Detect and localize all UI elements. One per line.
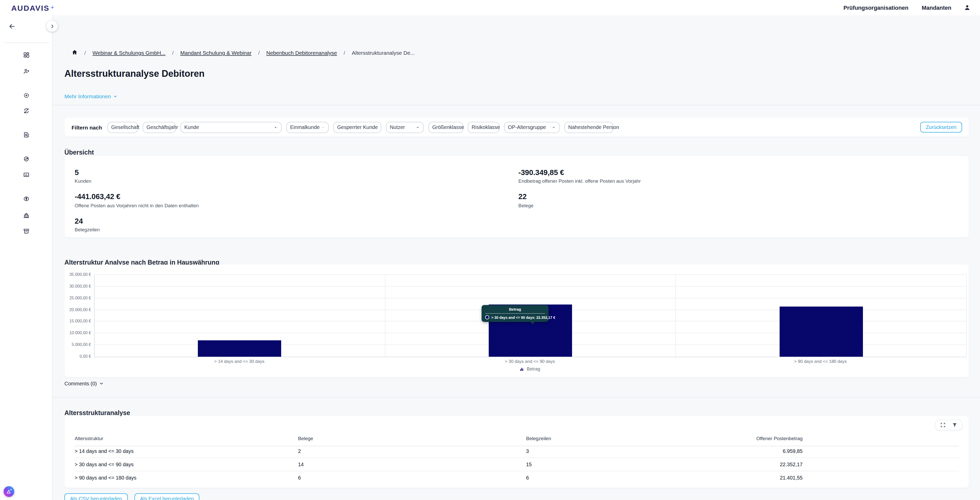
y-tick-label: 5.000,00 € [72, 342, 91, 347]
x-category-label: > 30 days and <= 90 days [385, 359, 675, 364]
filter-dropdown-label: Risikoklasse [472, 125, 500, 130]
download-csv-button[interactable]: Als CSV herunterladen [64, 494, 127, 500]
expand-sidebar-button[interactable] [46, 21, 58, 32]
cell-belegzeilen: 3 [526, 448, 679, 454]
y-tick-label: 35.000,00 € [69, 272, 91, 277]
breadcrumb-item: / Webinar & Schulungs GmbH... [84, 50, 165, 56]
y-tick-label: 10.000,00 € [69, 331, 91, 335]
breadcrumb-link[interactable]: Mandant Schulung & Webinar [180, 50, 251, 56]
reset-filters-button[interactable]: Zurücksetzen [920, 122, 962, 133]
cell-belegzeilen: 6 [526, 475, 679, 481]
chart-bar[interactable] [780, 307, 863, 357]
table-heading: Altersstrukturanalyse [64, 410, 130, 417]
kpi: 24 Belegzeilen [75, 217, 199, 233]
breadcrumb-link[interactable]: Webinar & Schulungs GmbH... [92, 50, 165, 56]
y-tick-label: 15.000,00 € [69, 319, 91, 324]
audavis-logo: AUDAVIS [11, 4, 55, 11]
overview-heading: Übersicht [64, 149, 94, 157]
filter-dropdown[interactable]: Größenklasse [428, 121, 463, 133]
breadcrumb-item: / Nebenbuch Debitorenanalyse [258, 50, 337, 56]
cell-belege: 14 [298, 462, 526, 467]
filter-dropdown-label: Geschäftsjahr [146, 125, 178, 130]
divider [52, 105, 980, 105]
table-column-header[interactable]: Belege [298, 436, 526, 441]
top-nav-item[interactable]: Mandanten [922, 5, 951, 11]
kpi-value: 22 [519, 193, 641, 202]
fullscreen-icon[interactable] [940, 422, 946, 428]
back-arrow-icon[interactable] [7, 21, 16, 31]
filter-bar: Filtern nach Gesellschaft Geschäftsjahr … [64, 118, 969, 137]
chart-x-labels: > 14 days and <= 30 days> 30 days and <=… [94, 359, 966, 364]
table-column-header[interactable]: Offener Postenbetrag [679, 436, 803, 441]
chart-tooltip: Betrag > 30 days and <= 90 days: 22.352,… [482, 305, 549, 322]
filter-dropdown[interactable]: Gesperrter Kunde [333, 121, 381, 133]
table-row[interactable]: > 90 days and <= 180 days 6 6 21.401,55 [75, 471, 959, 484]
y-tick-label: 30.000,00 € [69, 284, 91, 289]
document-search-icon[interactable] [23, 131, 30, 138]
filter-icon[interactable] [952, 422, 958, 428]
sync-plus-icon[interactable] [23, 92, 30, 99]
home-icon[interactable] [72, 49, 78, 56]
kpi-column-right: -390.349,85 € Endbetrag offener Posten i… [519, 168, 641, 208]
more-information-toggle[interactable]: Mehr Informationen [64, 93, 118, 99]
chevron-down-icon [99, 381, 104, 386]
user-icon[interactable] [964, 4, 971, 11]
filter-label: Filtern nach [72, 124, 102, 130]
chart-legend[interactable]: Betrag [94, 366, 966, 372]
breadcrumb-separator: / [172, 50, 173, 56]
tooltip-value: > 30 days and <= 90 days: 22.352,17 € [491, 316, 555, 319]
trend-circle-icon[interactable] [23, 156, 30, 162]
y-tick-label: 25.000,00 € [69, 296, 91, 300]
top-nav-item[interactable]: Prüfungsorganisationen [843, 5, 908, 11]
filter-dropdown[interactable]: Nahestehende Person [564, 121, 613, 133]
user-add-icon[interactable] [23, 68, 30, 75]
filter-dropdown[interactable]: Einmalkunde [286, 121, 328, 133]
audavis-assistant-fab[interactable] [3, 486, 14, 497]
chevron-down-icon [551, 125, 555, 129]
archive-box-icon[interactable] [23, 228, 30, 235]
cell-altersstruktur: > 90 days and <= 180 days [75, 475, 298, 481]
breadcrumb-link[interactable]: Nebenbuch Debitorenanalyse [266, 50, 337, 56]
filter-dropdown[interactable]: Risikoklasse [468, 121, 499, 133]
kpi-column-left: 5 Kunden -441.063,42 € Offene Posten aus… [75, 168, 199, 232]
sidebar [0, 15, 52, 500]
cell-belege: 6 [298, 475, 526, 481]
chart-plot: Betrag > 30 days and <= 90 days: 22.352,… [94, 275, 967, 357]
filter-dropdown[interactable]: Nutzer [386, 121, 423, 133]
chart-comments-toggle[interactable]: Comments (0) [64, 381, 104, 387]
dashboard-icon[interactable] [23, 52, 30, 58]
kpi-value: 24 [75, 217, 199, 226]
filter-dropdown[interactable]: Geschäftsjahr [142, 121, 176, 133]
breadcrumb-item: / Mandant Schulung & Webinar [172, 50, 251, 56]
ship-icon[interactable] [23, 212, 30, 219]
kpi: -441.063,42 € Offene Posten aus Vorjahre… [75, 193, 199, 208]
dollar-coin-icon[interactable] [23, 195, 30, 202]
bar-chart-icon[interactable] [23, 171, 30, 178]
filter-dropdown[interactable]: OP-Altersgruppe [504, 121, 560, 133]
chevron-down-icon [415, 125, 420, 129]
download-excel-button[interactable]: Als Excel herunterladen [134, 494, 199, 500]
overview-card: 5 Kunden -441.063,42 € Offene Posten aus… [64, 156, 969, 238]
breadcrumb-item: / Altersstrukturanalyse De... [344, 50, 415, 56]
table-column-header[interactable]: Altersstruktur [75, 436, 298, 441]
chart-band [676, 275, 966, 357]
breadcrumb: / Webinar & Schulungs GmbH... / Mandant … [72, 49, 415, 56]
x-category-label: > 14 days and <= 30 days [94, 359, 385, 364]
table-body: > 14 days and <= 30 days 2 3 6.959,85 > … [75, 445, 959, 484]
filter-dropdown[interactable]: Gesellschaft [107, 121, 138, 133]
filter-dropdown[interactable]: Kunde [180, 121, 282, 133]
chevron-down-icon [113, 94, 118, 99]
table-column-header[interactable]: Belegzeilen [526, 436, 679, 441]
sync-check-icon[interactable] [23, 107, 30, 114]
table-row[interactable]: > 14 days and <= 30 days 2 3 6.959,85 [75, 445, 959, 458]
chart-bar[interactable] [198, 340, 282, 357]
logo-text: AUDAVIS [11, 4, 49, 11]
filter-pills: Gesellschaft Geschäftsjahr Kunde Einmalk… [107, 121, 613, 133]
legend-label: Betrag [527, 366, 540, 372]
filter-dropdown-label: OP-Altersgruppe [508, 125, 546, 130]
breadcrumb-link[interactable]: Altersstrukturanalyse De... [352, 50, 415, 56]
comments-label: Comments (0) [64, 381, 97, 387]
filter-dropdown-label: Nahestehende Person [568, 125, 619, 130]
cell-altersstruktur: > 14 days and <= 30 days [75, 448, 298, 454]
table-row[interactable]: > 30 days and <= 90 days 14 15 22.352,17 [75, 458, 959, 471]
